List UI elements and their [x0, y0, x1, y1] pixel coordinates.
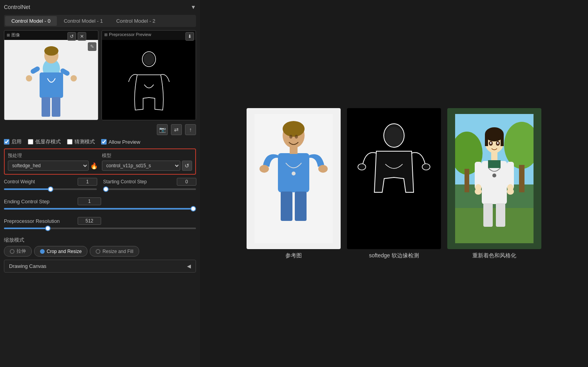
weight-step-sliders: Control Weight Starting Control Step [4, 178, 196, 194]
svg-rect-20 [290, 146, 298, 154]
svg-point-6 [26, 75, 32, 81]
svg-rect-35 [455, 208, 534, 243]
svg-point-7 [71, 75, 77, 81]
refresh-image-btn[interactable]: ↺ [67, 32, 76, 41]
output-img-stylized [447, 108, 541, 249]
preprocessor-group: 预处理 softedge_hed 🔥 [8, 152, 98, 171]
ending-step-input[interactable] [78, 197, 101, 205]
svg-point-44 [497, 142, 499, 144]
model-refresh-btn[interactable]: ↺ [182, 161, 192, 171]
nurse-figure-svg [22, 43, 81, 119]
svg-point-28 [422, 164, 430, 170]
svg-point-52 [507, 184, 514, 191]
enable-checkbox[interactable]: 启用 [4, 138, 22, 145]
transfer-btn[interactable]: ⇄ [171, 124, 182, 135]
input-image-box: ⊞ 图像 ↺ ✕ ✎ [4, 30, 98, 120]
preprocessor-res-section: Preprocessor Resolution [4, 217, 196, 233]
svg-rect-8 [42, 97, 50, 117]
model-group: 模型 control_v11p_sd15_s ↺ [102, 152, 192, 171]
svg-point-21 [292, 172, 296, 175]
output-img-reference [247, 108, 341, 249]
svg-rect-4 [30, 65, 41, 74]
preview-controls: ⬇ [185, 32, 194, 41]
output-col-stylized: 重新着色和风格化 [447, 108, 541, 259]
svg-point-19 [295, 135, 298, 139]
model-select-row: control_v11p_sd15_s ↺ [102, 161, 192, 171]
output-nurse-svg [254, 114, 333, 243]
svg-rect-9 [52, 97, 60, 117]
svg-point-2 [44, 46, 58, 56]
scale-btn-crop-resize[interactable]: Crop and Resize [34, 246, 87, 257]
scale-btn-stretch[interactable]: 拉伸 [4, 246, 32, 257]
output-edge-svg [355, 114, 433, 243]
preprocessor-select[interactable]: softedge_hed [8, 161, 89, 171]
edge-preview-image [102, 40, 196, 120]
low-mem-checkbox[interactable]: 低显存模式 [28, 138, 61, 145]
tab-model-2[interactable]: Control Model - 2 [110, 16, 162, 26]
starting-step-slider[interactable] [103, 188, 196, 190]
ending-step-section: Ending Control Step [4, 197, 196, 214]
image-label: ⊞ 图像 [7, 32, 20, 38]
model-tabs: Control Model - 0 Control Model - 1 Cont… [4, 15, 196, 27]
model-select[interactable]: control_v11p_sd15_s [102, 161, 180, 171]
control-weight-section: Control Weight [4, 178, 97, 194]
fire-icon: 🔥 [90, 162, 98, 170]
svg-point-43 [490, 142, 492, 144]
drawing-canvas-label: Drawing Canvas [9, 263, 46, 269]
svg-point-16 [260, 165, 269, 173]
svg-point-14 [283, 121, 305, 137]
edge-detection-svg [122, 47, 176, 120]
preprocessor-res-input[interactable] [78, 217, 101, 225]
svg-rect-55 [496, 203, 505, 227]
drawing-canvas-row[interactable]: Drawing Canvas ◀ [4, 260, 196, 273]
svg-rect-40 [501, 134, 504, 146]
ending-step-row: Ending Control Step [4, 197, 196, 205]
control-weight-input[interactable] [78, 178, 97, 186]
allow-preview-checkbox[interactable]: Allow Preview [101, 139, 140, 145]
svg-rect-39 [485, 134, 488, 146]
camera-btn[interactable]: 📷 [157, 124, 168, 135]
model-label-text: 模型 [102, 152, 192, 159]
options-checkboxes: 启用 低显存模式 猜测模式 Allow Preview [4, 138, 196, 145]
control-weight-slider[interactable] [4, 188, 97, 190]
svg-rect-32 [465, 169, 469, 192]
upload-btn[interactable]: ↑ [185, 124, 196, 135]
scale-radio-resize-fill [96, 249, 100, 254]
output-img-edge [347, 108, 441, 249]
panel-header: ControlNet ▼ [4, 4, 196, 10]
image-panels: ⊞ 图像 ↺ ✕ ✎ [4, 30, 196, 120]
tab-model-1[interactable]: Control Model - 1 [58, 16, 109, 26]
svg-rect-54 [483, 203, 493, 227]
svg-point-26 [385, 127, 403, 146]
collapse-icon[interactable]: ▼ [191, 4, 196, 10]
svg-point-11 [143, 53, 154, 65]
svg-point-51 [475, 184, 481, 191]
edit-image-btn[interactable]: ✎ [88, 42, 96, 51]
close-image-btn[interactable]: ✕ [78, 32, 86, 41]
image-controls: ↺ ✕ ✎ [67, 32, 96, 51]
svg-rect-45 [491, 151, 497, 161]
download-preview-btn[interactable]: ⬇ [185, 32, 194, 41]
svg-rect-23 [295, 192, 307, 221]
scale-radio-crop-resize [40, 249, 45, 254]
output-caption-edge: softedge 软边缘检测 [369, 252, 419, 259]
action-buttons: 📷 ⇄ ↑ [4, 124, 196, 135]
guess-mode-checkbox[interactable]: 猜测模式 [67, 138, 95, 145]
scale-btn-resize-fill[interactable]: Resize and Fill [90, 246, 139, 257]
output-caption-reference: 参考图 [285, 252, 302, 259]
preprocessor-res-slider[interactable] [4, 228, 196, 229]
tab-model-0[interactable]: Control Model - 0 [5, 16, 57, 26]
ending-step-slider[interactable] [4, 208, 196, 210]
starting-step-slider-container [103, 186, 196, 192]
starting-step-input[interactable] [177, 178, 196, 186]
scale-mode-label: 缩放模式 [4, 237, 196, 244]
svg-point-17 [318, 165, 328, 173]
output-col-edge: softedge 软边缘检测 [347, 108, 441, 259]
left-panel: ControlNet ▼ Control Model - 0 Control M… [0, 0, 200, 367]
scale-mode-section: 缩放模式 拉伸 Crop and Resize Resize and Fill [4, 237, 196, 257]
svg-rect-46 [488, 160, 501, 168]
preprocessor-select-row: softedge_hed 🔥 [8, 161, 98, 171]
panel-title: ControlNet [4, 4, 30, 10]
output-images-container: 参考图 [247, 108, 541, 259]
output-stylized-svg [455, 114, 534, 243]
